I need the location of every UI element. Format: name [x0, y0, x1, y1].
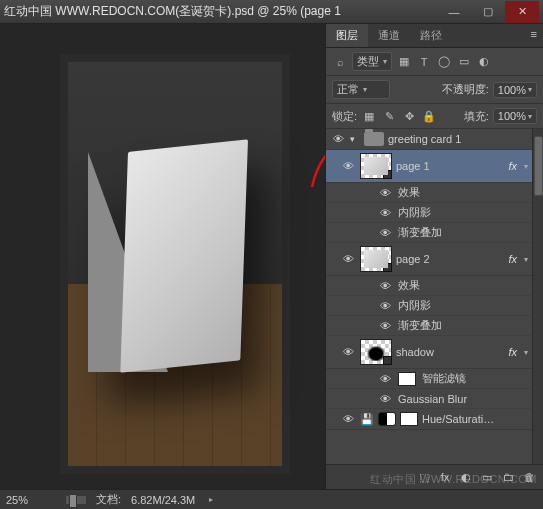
- annotation-arrow: [310, 129, 325, 189]
- layer-list[interactable]: 👁 ▾ greeting card 1 👁 page 1 fx ▾ 👁效果 👁内…: [326, 129, 532, 464]
- visibility-toggle[interactable]: 👁: [378, 320, 392, 332]
- layer-row-page2[interactable]: 👁 page 2 fx ▾: [326, 243, 532, 276]
- chevron-down-icon: ▾: [528, 85, 532, 94]
- zoom-slider[interactable]: [66, 496, 86, 504]
- doc-size-label: 文档:: [96, 492, 121, 507]
- effect-gradient-overlay[interactable]: 👁渐变叠加: [326, 223, 532, 243]
- blend-mode-value: 正常: [337, 82, 359, 97]
- canvas-area[interactable]: [0, 24, 325, 489]
- smart-object-badge: [383, 263, 392, 272]
- chevron-down-icon: ▾: [528, 112, 532, 121]
- zoom-value[interactable]: 25%: [6, 494, 56, 506]
- lock-position-icon[interactable]: ✥: [401, 108, 417, 124]
- layer-thumbnail[interactable]: [360, 339, 392, 365]
- chevron-down-icon[interactable]: ▾: [524, 255, 528, 264]
- opacity-input[interactable]: 100%▾: [493, 82, 537, 98]
- visibility-toggle[interactable]: 👁: [378, 207, 392, 219]
- filter-shape-icon[interactable]: ▭: [456, 54, 472, 70]
- layer-thumbnail[interactable]: [360, 153, 392, 179]
- filter-pixel-icon[interactable]: ▦: [396, 54, 412, 70]
- effect-gradient-overlay[interactable]: 👁渐变叠加: [326, 316, 532, 336]
- status-bar: 25% 文档: 6.82M/24.3M ▸: [0, 489, 543, 509]
- filter-smart-icon[interactable]: ◐: [476, 54, 492, 70]
- blend-mode-dropdown[interactable]: 正常 ▾: [332, 80, 390, 99]
- close-button[interactable]: ✕: [505, 1, 539, 23]
- layer-name[interactable]: shadow: [396, 346, 501, 358]
- visibility-toggle[interactable]: 👁: [330, 133, 346, 145]
- fx-badge[interactable]: fx: [505, 346, 520, 358]
- canvas-content: [68, 62, 282, 466]
- smart-object-badge: [383, 170, 392, 179]
- layer-name[interactable]: page 2: [396, 253, 501, 265]
- effect-inner-shadow[interactable]: 👁内阴影: [326, 296, 532, 316]
- main: 图层 通道 路径 ≡ ⌕ 类型 ▾ ▦ T ◯ ▭ ◐ 正常: [0, 24, 543, 489]
- doc-size-value: 6.82M/24.3M: [131, 494, 195, 506]
- visibility-toggle[interactable]: 👁: [340, 413, 356, 425]
- visibility-toggle[interactable]: 👁: [378, 227, 392, 239]
- effects-label: 效果: [398, 185, 420, 200]
- tab-paths[interactable]: 路径: [410, 24, 452, 47]
- scrollbar-thumb[interactable]: [534, 136, 543, 196]
- smart-object-badge: [383, 356, 392, 365]
- layer-name[interactable]: Hue/Saturati…: [422, 413, 528, 425]
- adjustment-icon[interactable]: [378, 412, 396, 426]
- effect-label: 内阴影: [398, 298, 431, 313]
- fx-badge[interactable]: fx: [505, 160, 520, 172]
- effects-label: 效果: [398, 278, 420, 293]
- chevron-down-icon[interactable]: ▾: [524, 162, 528, 171]
- chevron-down-icon: ▾: [363, 85, 367, 94]
- document-canvas[interactable]: [60, 54, 290, 474]
- visibility-toggle[interactable]: 👁: [378, 280, 392, 292]
- visibility-toggle[interactable]: 👁: [340, 160, 356, 172]
- visibility-toggle[interactable]: 👁: [378, 300, 392, 312]
- fx-badge[interactable]: fx: [505, 253, 520, 265]
- layer-row-huesat[interactable]: 👁 💾 Hue/Saturati…: [326, 409, 532, 430]
- greeting-card-mockup: [88, 152, 248, 392]
- mask-thumbnail[interactable]: [400, 412, 418, 426]
- lock-row: 锁定: ▦ ✎ ✥ 🔒 填充: 100%▾: [326, 104, 543, 129]
- effect-inner-shadow[interactable]: 👁内阴影: [326, 203, 532, 223]
- visibility-toggle[interactable]: 👁: [340, 346, 356, 358]
- visibility-toggle[interactable]: 👁: [378, 373, 392, 385]
- statusbar-menu-icon[interactable]: ▸: [209, 495, 213, 504]
- lock-label: 锁定:: [332, 109, 357, 124]
- visibility-toggle[interactable]: 👁: [378, 393, 392, 405]
- search-icon[interactable]: ⌕: [332, 54, 348, 70]
- effects-row[interactable]: 👁效果: [326, 276, 532, 296]
- effects-row[interactable]: 👁效果: [326, 183, 532, 203]
- panel-tabs: 图层 通道 路径 ≡: [326, 24, 543, 48]
- layer-group-row[interactable]: 👁 ▾ greeting card 1: [326, 129, 532, 150]
- filter-label: Gaussian Blur: [398, 393, 467, 405]
- lock-pixels-icon[interactable]: ✎: [381, 108, 397, 124]
- effect-label: 渐变叠加: [398, 318, 442, 333]
- layer-name[interactable]: page 1: [396, 160, 501, 172]
- visibility-toggle[interactable]: 👁: [378, 187, 392, 199]
- fill-input[interactable]: 100%▾: [493, 108, 537, 124]
- maximize-button[interactable]: ▢: [471, 1, 505, 23]
- minimize-button[interactable]: —: [437, 1, 471, 23]
- fill-label: 填充:: [464, 109, 489, 124]
- layer-row-page1[interactable]: 👁 page 1 fx ▾: [326, 150, 532, 183]
- filter-mask-thumbnail[interactable]: [398, 372, 416, 386]
- panel-menu-icon[interactable]: ≡: [525, 24, 543, 47]
- save-icon: 💾: [360, 413, 374, 426]
- filter-adjust-icon[interactable]: T: [416, 54, 432, 70]
- tab-channels[interactable]: 通道: [368, 24, 410, 47]
- chevron-down-icon[interactable]: ▾: [524, 348, 528, 357]
- smart-filters-row[interactable]: 👁智能滤镜: [326, 369, 532, 389]
- effect-label: 渐变叠加: [398, 225, 442, 240]
- tab-layers[interactable]: 图层: [326, 24, 368, 47]
- lock-all-icon[interactable]: 🔒: [421, 108, 437, 124]
- layer-row-shadow[interactable]: 👁 shadow fx ▾: [326, 336, 532, 369]
- kind-dropdown[interactable]: 类型 ▾: [352, 52, 392, 71]
- watermark: 红动中国 WWW.REDOCN.COM: [370, 472, 537, 487]
- disclosure-triangle[interactable]: ▾: [350, 134, 360, 144]
- opacity-label: 不透明度:: [442, 82, 489, 97]
- visibility-toggle[interactable]: 👁: [340, 253, 356, 265]
- filter-gaussian-blur[interactable]: 👁Gaussian Blur: [326, 389, 532, 409]
- layer-name[interactable]: greeting card 1: [388, 133, 528, 145]
- lock-transparent-icon[interactable]: ▦: [361, 108, 377, 124]
- layer-thumbnail[interactable]: [360, 246, 392, 272]
- scrollbar[interactable]: [532, 129, 543, 464]
- filter-type-icon[interactable]: ◯: [436, 54, 452, 70]
